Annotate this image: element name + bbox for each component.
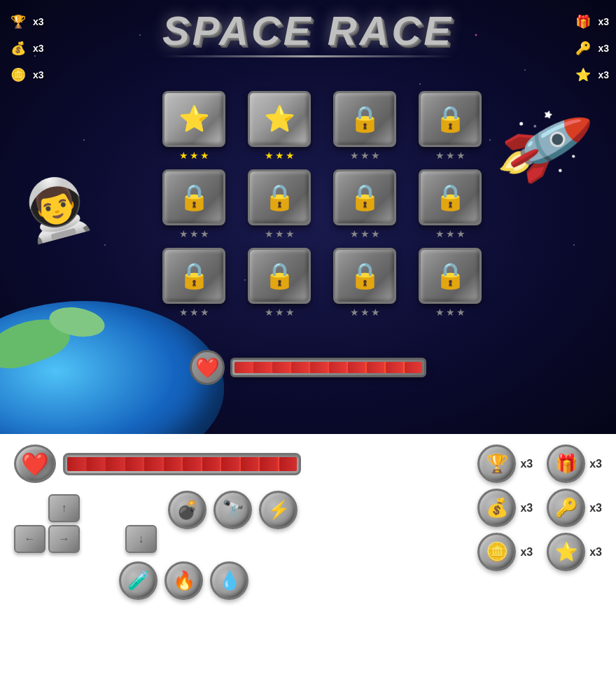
level-4-stars: ★ ★ ★ <box>435 150 465 161</box>
level-8-tile: 🔒 <box>419 169 482 225</box>
astronaut-decoration: 👨‍🚀 <box>14 167 99 249</box>
gift-icon: 🎁 <box>572 10 594 33</box>
level-6: 🔒 ★ ★ ★ <box>241 169 318 239</box>
ui-coin-count: x3 <box>520 546 533 559</box>
up-arrow-button[interactable]: ↑ <box>48 494 80 522</box>
level-2-tile[interactable]: ⭐ <box>248 91 311 147</box>
game-items-row: 💣 🔭 ⚡ <box>168 491 298 529</box>
key-count: x3 <box>598 43 609 54</box>
health-seg-1 <box>234 362 252 373</box>
level-2[interactable]: ⭐ ★ ★ ★ <box>241 91 318 161</box>
level-7: 🔒 ★ ★ ★ <box>326 169 403 239</box>
level-7-stars: ★ ★ ★ <box>350 228 380 239</box>
ui-key-icon: 🔑 <box>547 489 585 527</box>
ui-key-count: x3 <box>589 502 602 514</box>
lightning-item[interactable]: ⚡ <box>259 491 298 529</box>
game-health-bar-container <box>230 358 426 377</box>
ui-counters-panel: 🏆 x3 🎁 x3 💰 x3 🔑 x3 🪙 x3 ⭐ x3 <box>477 444 602 571</box>
coin-icon: 🪙 <box>7 64 29 86</box>
game-health-heart-icon: ❤️ <box>190 350 225 385</box>
star-count: x3 <box>598 69 609 80</box>
ui-star-icon: ⭐ <box>547 533 585 571</box>
key-icon: 🔑 <box>572 37 594 59</box>
star-counter-row: ⭐ x3 <box>572 64 609 86</box>
left-arrow-button[interactable]: ← <box>14 525 46 553</box>
level-3: 🔒 ★ ★ ★ <box>326 91 403 161</box>
health-seg-2 <box>253 362 271 373</box>
ui-trophy-icon: 🏆 <box>477 444 516 483</box>
level-6-tile: 🔒 <box>248 169 311 225</box>
arrow-pad: ↑ ← → <box>14 494 114 553</box>
coin-count: x3 <box>33 69 44 80</box>
level-4-tile: 🔒 <box>419 91 482 147</box>
ui-star-counter: ⭐ x3 <box>547 533 602 571</box>
bomb-item[interactable]: 💣 <box>168 491 206 529</box>
level-10-stars: ★ ★ ★ <box>265 307 295 318</box>
level-11: 🔒 ★ ★ ★ <box>326 248 403 318</box>
key-counter-row: 🔑 x3 <box>572 37 609 59</box>
ui-coin-icon: 🪙 <box>477 533 516 571</box>
ui-seg-8 <box>202 457 220 471</box>
ui-seg-6 <box>164 457 182 471</box>
down-arrow-button[interactable]: ↓ <box>125 525 157 553</box>
level-3-tile: 🔒 <box>333 91 396 147</box>
ui-trophy-count: x3 <box>520 458 533 470</box>
level-7-tile: 🔒 <box>333 169 396 225</box>
health-seg-4 <box>291 362 309 373</box>
ui-star-count: x3 <box>589 546 602 559</box>
level-10-tile: 🔒 <box>248 248 311 304</box>
ui-seg-10 <box>241 457 259 471</box>
game-title: SPACE RACE <box>162 7 454 54</box>
health-seg-6 <box>329 362 346 373</box>
gift-count: x3 <box>598 16 609 27</box>
level-8-stars: ★ ★ ★ <box>435 228 465 239</box>
ui-health-bar-fill <box>67 457 297 471</box>
level-1-tile[interactable]: ⭐ <box>162 91 225 147</box>
ui-seg-11 <box>260 457 278 471</box>
top-right-resources: 🎁 x3 🔑 x3 ⭐ x3 <box>572 10 609 86</box>
fire-item[interactable]: 🔥 <box>164 561 203 600</box>
ui-bag-icon: 💰 <box>477 489 516 527</box>
ui-panel: ❤️ 🏆 x3 🎁 x3 <box>0 434 616 686</box>
level-12-tile: 🔒 <box>419 248 482 304</box>
coin-counter-row: 🪙 x3 <box>7 64 44 86</box>
level-11-stars: ★ ★ ★ <box>350 307 380 318</box>
level-5-tile: 🔒 <box>162 169 225 225</box>
coin-bag-counter-row: 💰 x3 <box>7 37 44 59</box>
level-grid: ⭐ ★ ★ ★ ⭐ ★ ★ ★ 🔒 ★ ★ ★ 🔒 <box>155 91 489 318</box>
trophy-counter-row: 🏆 x3 <box>7 10 44 33</box>
coin-bag-count: x3 <box>33 43 44 54</box>
rocket-decoration: 🚀 <box>491 95 597 197</box>
level-2-stars: ★ ★ ★ <box>265 150 295 161</box>
star-icon: ⭐ <box>572 64 594 86</box>
ui-seg-7 <box>183 457 201 471</box>
health-seg-10 <box>405 362 422 373</box>
level-1-stars: ★ ★ ★ <box>179 150 209 161</box>
top-left-resources: 🏆 x3 💰 x3 🪙 x3 <box>7 10 44 86</box>
trophy-count: x3 <box>33 16 44 27</box>
level-8: 🔒 ★ ★ ★ <box>412 169 489 239</box>
ui-seg-5 <box>144 457 162 471</box>
coin-bag-icon: 💰 <box>7 37 29 59</box>
ui-seg-2 <box>87 457 105 471</box>
ui-bag-count: x3 <box>520 502 533 514</box>
ui-trophy-counter: 🏆 x3 <box>477 444 533 483</box>
telescope-item[interactable]: 🔭 <box>214 491 252 529</box>
health-seg-5 <box>310 362 328 373</box>
level-9-stars: ★ ★ ★ <box>179 307 209 318</box>
game-screen: SPACE RACE 🏆 x3 💰 x3 🪙 x3 🎁 x3 🔑 x3 ⭐ x3 <box>0 0 616 434</box>
level-5: 🔒 ★ ★ ★ <box>155 169 232 239</box>
potion-item[interactable]: 🧪 <box>119 561 158 600</box>
level-5-stars: ★ ★ ★ <box>179 228 209 239</box>
level-11-tile: 🔒 <box>333 248 396 304</box>
ui-coin-counter: 🪙 x3 <box>477 533 533 571</box>
level-6-stars: ★ ★ ★ <box>265 228 295 239</box>
ui-bag-counter: 💰 x3 <box>477 489 533 527</box>
health-seg-7 <box>348 362 365 373</box>
right-arrow-button[interactable]: → <box>48 525 80 553</box>
ui-gift-count: x3 <box>589 458 602 470</box>
level-1[interactable]: ⭐ ★ ★ ★ <box>155 91 232 161</box>
gift-counter-row: 🎁 x3 <box>572 10 609 33</box>
ui-seg-4 <box>125 457 144 471</box>
drop-item[interactable]: 💧 <box>210 561 248 600</box>
